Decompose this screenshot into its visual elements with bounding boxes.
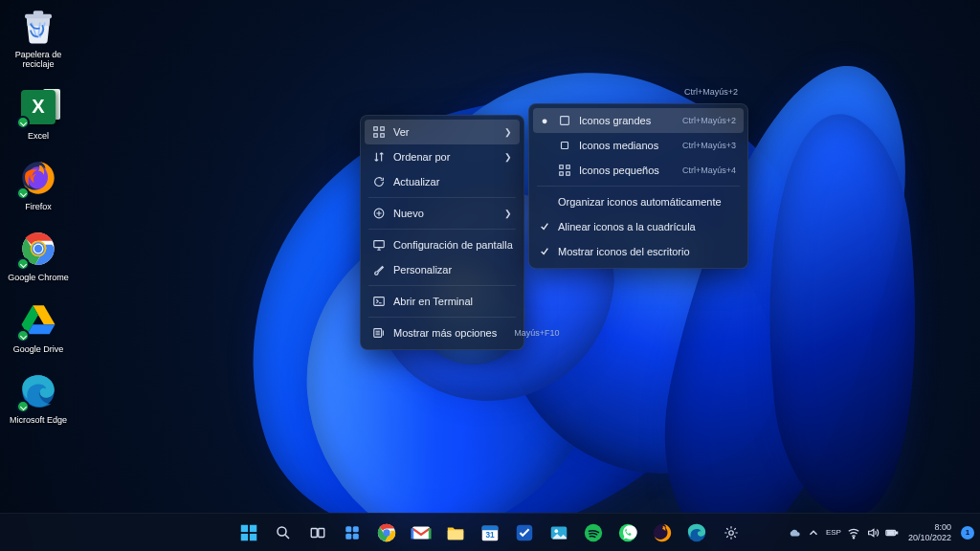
desktop-icon-label: Google Drive [13, 344, 64, 354]
ctx-label: Organizar iconos automáticamente [558, 196, 736, 208]
chrome-icon [18, 229, 58, 269]
desktop-icon-excel[interactable]: X Excel [8, 87, 69, 141]
taskbar-app-todo[interactable] [510, 518, 539, 547]
svg-point-35 [383, 529, 390, 536]
sync-badge-icon [16, 257, 30, 271]
task-view-button[interactable] [303, 518, 332, 547]
ctx-item-sort[interactable]: Ordenar por ❯ [365, 144, 520, 169]
clock-time: 8:00 [908, 522, 951, 532]
svg-text:31: 31 [485, 530, 495, 539]
taskbar-app-gmail[interactable] [407, 518, 435, 547]
sync-badge-icon [16, 329, 30, 342]
ctx-item-more-options[interactable]: Mostrar más opciones Mayús+F10 [365, 320, 520, 345]
svg-rect-9 [374, 127, 378, 131]
view-submenu[interactable]: Ctrl+Mayús+2 ● Iconos grandes Ctrl+Mayús… [528, 103, 748, 269]
submenu-item-auto-arrange[interactable]: Organizar iconos automáticamente [533, 189, 744, 214]
ctx-label: Ordenar por [393, 151, 497, 163]
check-on-icon [539, 222, 550, 231]
wifi-icon[interactable] [847, 526, 860, 540]
svg-rect-17 [561, 117, 569, 125]
icon-medium-icon [558, 139, 571, 152]
desktop-icon-chrome[interactable]: Google Chrome [8, 229, 69, 282]
ctx-label: Iconos grandes [579, 115, 665, 126]
taskbar-app-settings[interactable] [717, 518, 746, 547]
taskbar-app-firefox[interactable] [648, 518, 677, 547]
ctx-label: Nuevo [393, 208, 497, 219]
ctx-shortcut: Ctrl+Mayús+2 [673, 116, 736, 125]
desktop-icon-firefox[interactable]: Firefox [8, 158, 69, 211]
taskbar-app-spotify[interactable] [579, 518, 608, 547]
desktop-icon-label: Google Chrome [8, 273, 69, 282]
svg-point-7 [34, 245, 42, 253]
desktop-icon-recycle-bin[interactable]: Papelera de reciclaje [8, 6, 69, 70]
volume-icon[interactable] [866, 526, 880, 540]
taskbar-app-calendar[interactable]: 31 [476, 518, 504, 547]
taskbar-clock[interactable]: 8:00 20/10/2022 [904, 522, 955, 542]
taskbar-app-explorer[interactable] [441, 518, 470, 547]
svg-rect-39 [482, 525, 499, 530]
search-button[interactable] [269, 518, 298, 547]
icon-small-icon [558, 164, 571, 177]
desktop-icon-edge[interactable]: Microsoft Edge [8, 371, 69, 425]
radio-selected-icon: ● [539, 115, 550, 126]
ctx-item-new[interactable]: Nuevo ❯ [365, 201, 520, 226]
sort-icon [372, 150, 386, 164]
more-options-icon [372, 326, 386, 340]
svg-point-43 [554, 529, 558, 533]
keyboard-language-icon[interactable]: ESP [826, 526, 841, 540]
battery-icon[interactable] [885, 526, 899, 540]
taskbar: 31 ESP 8:00 20/10/2022 1 [0, 513, 980, 551]
ctx-item-view[interactable]: Ver ❯ [365, 120, 520, 144]
ctx-label: Mostrar más opciones [393, 327, 497, 339]
ctx-separator [368, 197, 516, 198]
taskbar-app-photos[interactable] [545, 518, 573, 547]
notification-badge[interactable]: 1 [961, 526, 974, 540]
svg-rect-11 [374, 134, 378, 138]
desktop-icon-label: Firefox [25, 202, 52, 211]
desktop-context-menu[interactable]: Ver ❯ Ordenar por ❯ Actualizar Nuevo ❯ C… [360, 115, 524, 350]
taskbar-app-whatsapp[interactable] [613, 518, 642, 547]
svg-rect-30 [345, 526, 351, 532]
submenu-item-show-icons[interactable]: Mostrar iconos del escritorio [533, 239, 744, 264]
ctx-item-personalize[interactable]: Personalizar [365, 257, 520, 282]
grid-icon [372, 125, 386, 139]
ctx-separator [537, 186, 740, 187]
submenu-item-small-icons[interactable]: Iconos pequeños Ctrl+Mayús+4 [533, 158, 744, 183]
edge-icon [18, 371, 58, 411]
ctx-shortcut: Ctrl+Mayús+4 [673, 165, 736, 175]
firefox-icon [18, 158, 58, 198]
svg-point-48 [729, 530, 734, 535]
plus-circle-icon [372, 207, 386, 220]
ctx-item-open-terminal[interactable]: Abrir en Terminal [365, 289, 520, 314]
tray-overflow-icon[interactable] [807, 526, 820, 540]
taskbar-center: 31 [234, 518, 746, 547]
ctx-item-refresh[interactable]: Actualizar [365, 169, 520, 194]
ctx-label: Ver [393, 126, 497, 138]
terminal-icon [372, 295, 386, 308]
svg-rect-52 [887, 531, 894, 534]
widgets-button[interactable] [338, 518, 367, 547]
svg-rect-21 [560, 172, 564, 176]
ctx-separator [368, 229, 516, 230]
brush-icon [372, 263, 386, 276]
display-icon [372, 238, 386, 252]
svg-rect-10 [381, 127, 385, 131]
desktop-icons-area: Papelera de reciclaje X Excel Firefox Go… [8, 6, 69, 425]
onedrive-tray-icon[interactable] [788, 526, 801, 540]
ctx-shortcut: Ctrl+Mayús+3 [673, 141, 736, 150]
ctx-label: Personalizar [393, 264, 512, 276]
svg-point-27 [278, 527, 286, 536]
start-button[interactable] [234, 518, 263, 547]
submenu-item-align-grid[interactable]: Alinear iconos a la cuadrícula [533, 214, 744, 239]
taskbar-app-edge[interactable] [682, 518, 711, 547]
svg-rect-20 [567, 165, 570, 169]
chevron-right-icon: ❯ [504, 127, 512, 137]
ctx-item-display-settings[interactable]: Configuración de pantalla [365, 232, 520, 257]
svg-point-49 [853, 537, 854, 538]
taskbar-app-chrome[interactable] [372, 518, 401, 547]
submenu-item-medium-icons[interactable]: Iconos medianos Ctrl+Mayús+3 [533, 133, 744, 158]
svg-rect-19 [560, 165, 564, 169]
desktop-icon-google-drive[interactable]: Google Drive [8, 300, 69, 354]
ctx-label: Actualizar [393, 176, 512, 187]
submenu-item-large-icons[interactable]: ● Iconos grandes Ctrl+Mayús+2 [533, 108, 744, 133]
